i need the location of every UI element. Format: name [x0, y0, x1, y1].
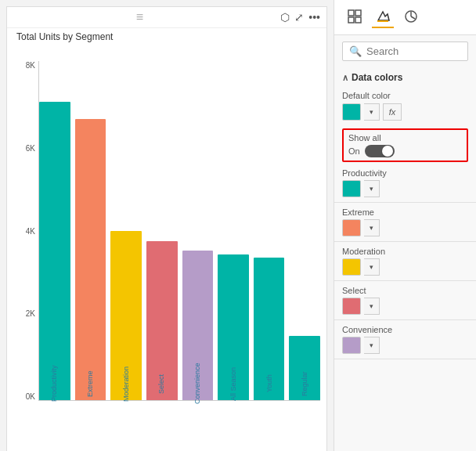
color-item-label: Extreme — [342, 207, 468, 217]
svg-rect-2 — [348, 17, 354, 23]
color-swatch[interactable] — [342, 337, 361, 354]
fx-button[interactable]: fx — [383, 103, 402, 121]
y-label-4k: 4K — [26, 227, 35, 236]
color-item-moderation: Moderation▾ — [334, 244, 476, 279]
analytics-icon-btn[interactable] — [400, 6, 422, 28]
color-item-label: Moderation — [342, 247, 468, 256]
color-swatch[interactable] — [342, 258, 361, 276]
color-item-row: ▾ — [342, 219, 468, 236]
filter-icon[interactable]: ⬡ — [280, 11, 290, 23]
color-item-select: Select▾ — [334, 283, 476, 318]
color-item-row: ▾ — [342, 180, 468, 197]
color-item-row: ▾ — [342, 298, 468, 315]
x-axis-labels: ProductivityExtremeModerationSelectConve… — [38, 404, 320, 445]
color-swatch[interactable] — [342, 298, 361, 315]
bars-area — [38, 61, 320, 401]
bar-productivity[interactable] — [39, 102, 70, 400]
expand-icon[interactable]: ⤢ — [294, 11, 304, 23]
bar-wrapper — [146, 61, 178, 400]
default-color-row: ▾ fx — [342, 103, 468, 121]
x-label-regular: Regular — [289, 363, 320, 404]
bar-wrapper — [39, 61, 70, 400]
show-all-section: Show all On — [342, 128, 468, 162]
chevron-up-icon: ∧ — [342, 73, 348, 83]
x-label-extreme: Extreme — [74, 363, 106, 404]
x-label-youth: Youth — [254, 363, 285, 404]
section-title: Data colors — [352, 72, 402, 83]
color-item-convenience: Convenience▾ — [334, 322, 476, 357]
default-color-subsection: Default color ▾ fx — [334, 88, 476, 125]
chart-panel: ≡ ⬡ ⤢ ••• Total Units by Segment 8K 6K 4… — [6, 6, 327, 451]
color-item-row: ▾ — [342, 258, 468, 276]
y-label-6k: 6K — [26, 144, 35, 153]
x-label-all season: All Season — [218, 363, 249, 404]
top-icons-bar — [334, 0, 476, 35]
more-icon[interactable]: ••• — [308, 11, 320, 23]
bar-wrapper — [182, 61, 214, 400]
color-dropdown-btn[interactable]: ▾ — [364, 180, 380, 197]
default-color-dropdown-btn[interactable]: ▾ — [364, 103, 380, 121]
y-axis: 8K 6K 4K 2K 0K — [12, 61, 35, 401]
bar-wrapper — [218, 61, 249, 400]
color-item-label: Select — [342, 286, 468, 295]
y-label-8k: 8K — [26, 61, 35, 70]
drag-handle-icon: ≡ — [136, 10, 143, 24]
color-item-label: Productivity — [342, 168, 468, 178]
divider — [334, 319, 476, 320]
bar-extreme[interactable] — [75, 119, 106, 400]
color-swatch[interactable] — [342, 219, 361, 236]
svg-rect-0 — [348, 10, 354, 16]
color-swatch[interactable] — [342, 180, 361, 197]
x-label-convenience: Convenience — [182, 363, 213, 404]
show-all-label: Show all — [348, 133, 462, 143]
toggle-knob — [382, 146, 393, 157]
color-item-productivity: Productivity▾ — [334, 165, 476, 200]
default-color-label: Default color — [342, 91, 468, 100]
toggle-row: On — [348, 145, 462, 157]
x-label-productivity: Productivity — [38, 363, 70, 404]
chart-title: Total Units by Segment — [7, 28, 326, 45]
right-panel: 🔍 ∧ Data colors Default color ▾ fx Show … — [334, 0, 476, 451]
color-item-row: ▾ — [342, 337, 468, 354]
toggle-state-label: On — [348, 146, 360, 156]
default-color-swatch[interactable] — [342, 103, 361, 121]
bar-wrapper — [254, 61, 285, 400]
color-dropdown-btn[interactable]: ▾ — [364, 298, 380, 315]
search-icon: 🔍 — [349, 45, 362, 57]
bar-wrapper — [75, 61, 106, 400]
color-item-label: Convenience — [342, 325, 468, 334]
format-icon-btn[interactable] — [372, 6, 394, 28]
chart-toolbar: ≡ ⬡ ⤢ ••• — [7, 7, 326, 28]
chart-container: 8K 6K 4K 2K 0K ProductivityExtremeModera… — [7, 45, 326, 448]
divider — [334, 241, 476, 242]
svg-rect-3 — [355, 17, 361, 23]
bar-wrapper — [110, 61, 142, 400]
color-dropdown-btn[interactable]: ▾ — [364, 219, 380, 236]
color-dropdown-btn[interactable]: ▾ — [364, 258, 380, 276]
color-dropdown-btn[interactable]: ▾ — [364, 337, 380, 354]
search-input[interactable] — [366, 45, 461, 57]
divider — [334, 202, 476, 203]
svg-rect-1 — [355, 10, 361, 16]
color-items-list: Productivity▾Extreme▾Moderation▾Select▾C… — [334, 165, 476, 361]
color-item-extreme: Extreme▾ — [334, 204, 476, 240]
divider — [334, 280, 476, 281]
data-colors-section-header[interactable]: ∧ Data colors — [334, 67, 476, 88]
divider — [334, 359, 476, 359]
fields-icon-btn[interactable] — [344, 6, 366, 28]
search-box[interactable]: 🔍 — [342, 41, 468, 61]
y-label-0k: 0K — [26, 392, 35, 401]
x-label-moderation: Moderation — [110, 363, 142, 404]
y-label-2k: 2K — [26, 309, 35, 318]
bar-wrapper — [289, 61, 320, 400]
show-all-toggle[interactable] — [365, 145, 395, 157]
x-label-select: Select — [146, 363, 177, 404]
